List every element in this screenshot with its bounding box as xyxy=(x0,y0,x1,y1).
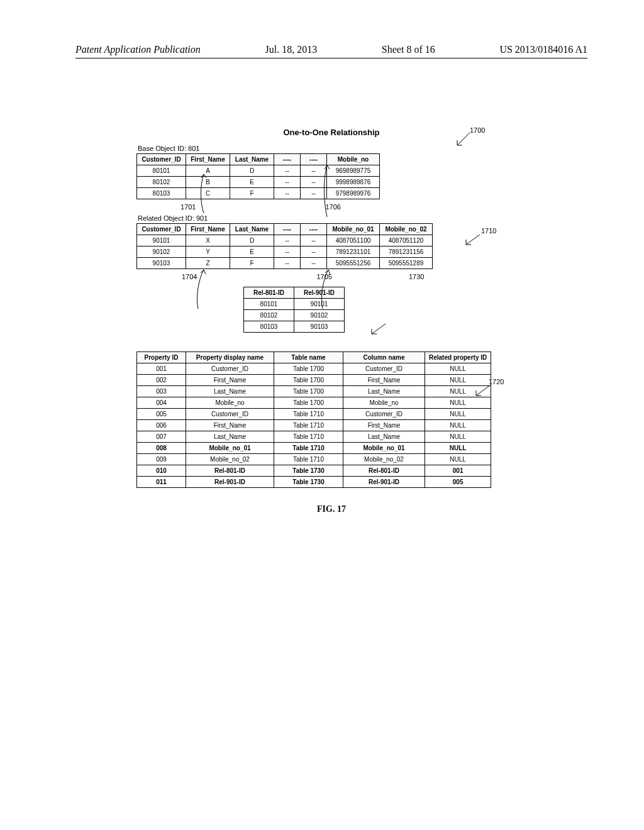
table-row: 90102YE----78912311017891231156 xyxy=(137,246,433,258)
table-cell: Rel-901-ID xyxy=(186,477,274,488)
table-row: 90101XD----40870511004087051120 xyxy=(137,235,433,246)
ref-1700: 1700 xyxy=(470,126,485,134)
column-header: Mobile_no_01 xyxy=(327,224,380,235)
table-cell: 90103 xyxy=(294,321,345,333)
table-cell: First_Name xyxy=(186,420,274,431)
leader-1700-icon xyxy=(455,131,471,148)
table-cell: NULL xyxy=(425,431,491,443)
table-cell: -- xyxy=(274,246,301,258)
table-row: 003Last_NameTable 1700Last_NameNULL xyxy=(137,386,491,397)
table-cell: Y xyxy=(186,246,230,258)
table-cell: Mobile_no_02 xyxy=(343,454,425,465)
ref-1710: 1710 xyxy=(481,227,496,235)
table-cell: Rel-801-ID xyxy=(343,465,425,477)
table-cell: 008 xyxy=(137,443,186,454)
table-cell: Mobile_no xyxy=(343,397,425,409)
table-cell: Customer_ID xyxy=(186,363,274,375)
table-cell: Customer_ID xyxy=(186,409,274,420)
column-header: Mobile_no xyxy=(327,154,380,165)
table-cell: 003 xyxy=(137,386,186,397)
table-row: 80101AD----9698989775 xyxy=(137,165,380,177)
table-cell: -- xyxy=(274,165,301,177)
table-cell: NULL xyxy=(425,443,491,454)
column-header: Table name xyxy=(274,352,343,363)
table-cell: Last_Name xyxy=(186,431,274,443)
table-cell: 002 xyxy=(137,375,186,386)
column-header: Customer_ID xyxy=(137,224,186,235)
table-cell: 80101 xyxy=(137,165,186,177)
table-row: 8010290102 xyxy=(244,310,345,321)
table-cell: 011 xyxy=(137,477,186,488)
table-cell: Mobile_no_02 xyxy=(186,454,274,465)
page-header: Patent Application Publication Jul. 18, … xyxy=(75,44,587,58)
column-header: Mobile_no_02 xyxy=(380,224,433,235)
table-row: 90103ZF----50955512565095551289 xyxy=(137,258,433,269)
table-cell: 5095551289 xyxy=(380,258,433,269)
table-cell: 9798989976 xyxy=(327,188,380,199)
related-object-table: Customer_IDFirst_NameLast_Name--------Mo… xyxy=(136,223,433,269)
leader-1706-icon xyxy=(321,163,333,219)
table-cell: NULL xyxy=(425,397,491,409)
header-date: Jul. 18, 2013 xyxy=(265,44,317,55)
base-object-table: Customer_IDFirst_NameLast_Name--------Mo… xyxy=(136,153,380,199)
header-pub: US 2013/0184016 A1 xyxy=(499,44,587,55)
table-cell: 9698989775 xyxy=(327,165,380,177)
table-cell: -- xyxy=(274,188,301,199)
figure-caption: FIG. 17 xyxy=(136,504,526,514)
table-cell: 010 xyxy=(137,465,186,477)
table-cell: Table 1710 xyxy=(274,431,343,443)
table-cell: Customer_ID xyxy=(343,409,425,420)
table-cell: -- xyxy=(274,235,301,246)
table-row: 005Customer_IDTable 1710Customer_IDNULL xyxy=(137,409,491,420)
table-row: 010Rel-801-IDTable 1730Rel-801-ID001 xyxy=(137,465,491,477)
table-row: 80103CF----9798989976 xyxy=(137,188,380,199)
table-cell: Table 1700 xyxy=(274,375,343,386)
table-cell: 007 xyxy=(137,431,186,443)
table-cell: 90102 xyxy=(137,246,186,258)
table-cell: 4087051100 xyxy=(327,235,380,246)
table-row: 80102BE----9998989876 xyxy=(137,177,380,188)
table-cell: -- xyxy=(301,235,327,246)
column-header: Property ID xyxy=(137,352,186,363)
column-header: Customer_ID xyxy=(137,154,186,165)
table-cell: Rel-901-ID xyxy=(343,477,425,488)
table-cell: 004 xyxy=(137,397,186,409)
table-cell: 005 xyxy=(137,409,186,420)
table-cell: Table 1710 xyxy=(274,443,343,454)
table-cell: 9998989876 xyxy=(327,177,380,188)
table-cell: 009 xyxy=(137,454,186,465)
table-row: 002First_NameTable 1700First_NameNULL xyxy=(137,375,491,386)
column-header: Last_Name xyxy=(230,224,274,235)
table-cell: Mobile_no_01 xyxy=(343,443,425,454)
table-cell: First_Name xyxy=(186,375,274,386)
table-cell: 005 xyxy=(425,477,491,488)
table-cell: F xyxy=(230,188,274,199)
table-cell: First_Name xyxy=(343,420,425,431)
table-cell: 80101 xyxy=(244,299,294,310)
table-row: 011Rel-901-IDTable 1730Rel-901-ID005 xyxy=(137,477,491,488)
figure-17: One-to-One Relationship 1700 Base Object… xyxy=(136,128,526,514)
table-cell: E xyxy=(230,246,274,258)
table-cell: 7891231156 xyxy=(380,246,433,258)
table-cell: 90103 xyxy=(137,258,186,269)
table-cell: 90101 xyxy=(137,235,186,246)
table-cell: E xyxy=(230,177,274,188)
table-cell: D xyxy=(230,165,274,177)
column-header: Rel-901-ID xyxy=(294,287,345,299)
table-cell: NULL xyxy=(425,420,491,431)
table-cell: 80102 xyxy=(137,177,186,188)
table-cell: 80103 xyxy=(244,321,294,333)
leader-1704-icon xyxy=(196,267,207,311)
table-cell: Last_Name xyxy=(186,386,274,397)
column-header: Last_Name xyxy=(230,154,274,165)
header-left: Patent Application Publication xyxy=(75,44,201,55)
table-cell: Table 1730 xyxy=(274,477,343,488)
table-cell: 90101 xyxy=(294,299,345,310)
table-cell: Customer_ID xyxy=(343,363,425,375)
column-header: Related property ID xyxy=(425,352,491,363)
table-cell: -- xyxy=(301,246,327,258)
column-header: First_Name xyxy=(186,224,230,235)
table-row: 009Mobile_no_02Table 1710Mobile_no_02NUL… xyxy=(137,454,491,465)
table-cell: Rel-801-ID xyxy=(186,465,274,477)
table-cell: NULL xyxy=(425,409,491,420)
